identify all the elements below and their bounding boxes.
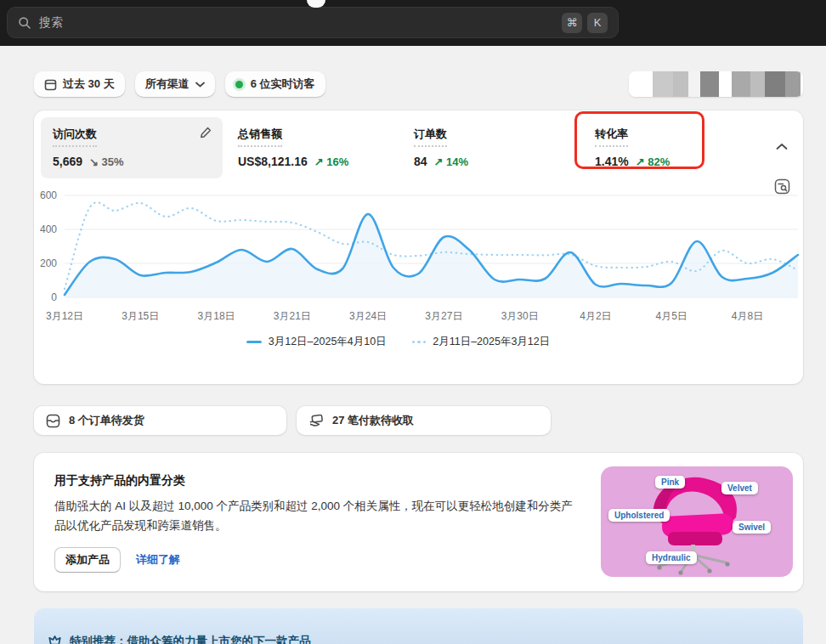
add-product-button[interactable]: 添加产品 (54, 547, 121, 573)
calendar-icon (44, 78, 57, 91)
metric-total-sales[interactable]: 总销售额 US$8,121.16 ↗ 16% (238, 117, 414, 178)
legend-current-label: 3月12日–2025年4月10日 (269, 335, 387, 349)
tag-pink: Pink (655, 476, 685, 489)
redacted-toolbar[interactable] (629, 71, 803, 97)
metric-total-sales-label[interactable]: 总销售额 (238, 127, 282, 147)
search-icon (18, 16, 31, 30)
view-report-icon[interactable] (774, 178, 790, 195)
metric-visits-value: 5,669 (53, 155, 82, 168)
metric-orders-value: 84 (414, 155, 427, 168)
filter-row: 过去 30 天 所有渠道 6 位实时访客 (34, 71, 803, 97)
learn-more-link[interactable]: 详细了解 (136, 552, 180, 568)
live-dot-icon (235, 81, 243, 88)
notification-row: 8 个订单待发货 27 笔付款待收取 (34, 406, 803, 435)
date-range-button[interactable]: 过去 30 天 (34, 71, 125, 97)
metrics-row: 访问次数 5,669 ↘ 35% 总销售额 US$8,121.16 ↗ 16% … (41, 117, 762, 178)
product-card-body: 借助强大的 AI 以及超过 10,000 个产品类别和超过 2,000 个相关属… (54, 497, 581, 536)
legend-current-period[interactable]: 3月12日–2025年4月10日 (246, 335, 387, 349)
metric-visits[interactable]: 访问次数 5,669 ↘ 35% (41, 117, 223, 178)
tag-velvet: Velvet (721, 482, 758, 494)
metric-orders-label[interactable]: 订单数 (414, 127, 447, 147)
svg-text:4月8日: 4月8日 (732, 310, 763, 322)
search-input[interactable]: 搜索 ⌘ K (7, 7, 619, 38)
edit-pencil-icon[interactable] (199, 126, 212, 139)
chart-legend: 3月12日–2025年4月10日 2月11日–2025年3月12日 (34, 335, 762, 349)
tag-hydraulic: Hydraulic (646, 551, 697, 564)
svg-text:4月5日: 4月5日 (656, 310, 687, 322)
svg-text:3月27日: 3月27日 (425, 310, 462, 322)
top-header-bar: 搜索 ⌘ K (0, 0, 826, 46)
metric-visits-label[interactable]: 访问次数 (53, 127, 97, 147)
svg-text:3月21日: 3月21日 (274, 310, 311, 322)
metric-conversion-rate-label[interactable]: 转化率 (595, 127, 628, 147)
metric-conversion-rate-delta: ↗ 82% (636, 155, 670, 168)
live-visitors-label: 6 位实时访客 (251, 76, 315, 92)
analytics-card: 访问次数 5,669 ↘ 35% 总销售额 US$8,121.16 ↗ 16% … (34, 110, 803, 384)
metric-orders[interactable]: 订单数 84 ↗ 14% (414, 117, 595, 178)
product-illustration-panel: Pink Velvet Upholstered Swivel Hydraulic (601, 466, 793, 577)
svg-text:3月24日: 3月24日 (349, 310, 387, 322)
svg-text:3月12日: 3月12日 (46, 310, 83, 322)
tag-upholstered: Upholstered (608, 509, 670, 522)
line-chart[interactable]: 02004006003月12日3月15日3月18日3月21日3月24日3月27日… (34, 189, 762, 349)
payments-to-capture-label: 27 笔付款待收取 (332, 413, 414, 428)
svg-text:400: 400 (40, 223, 57, 235)
svg-text:200: 200 (40, 257, 57, 269)
payments-to-capture-banner[interactable]: 27 笔付款待收取 (297, 406, 551, 435)
metric-visits-delta: ↘ 35% (89, 155, 124, 168)
promo-banner-text: 特别推荐：借助众筹的力量上市您的下一款产品 (70, 634, 311, 644)
live-visitors-button[interactable]: 6 位实时访客 (225, 71, 325, 97)
tag-swivel: Swivel (733, 521, 771, 534)
metric-conversion-rate[interactable]: 转化率 1.41% ↗ 82% (595, 117, 762, 178)
dotted-line-swatch (412, 341, 427, 344)
metric-total-sales-delta: ↗ 16% (314, 155, 349, 168)
search-placeholder: 搜索 (39, 15, 63, 31)
k-key: K (587, 13, 608, 33)
orders-inbox-icon (46, 414, 60, 428)
orders-to-fulfill-banner[interactable]: 8 个订单待发货 (34, 406, 286, 435)
metric-orders-delta: ↗ 14% (434, 155, 469, 168)
svg-text:0: 0 (51, 291, 57, 303)
legend-previous-period[interactable]: 2月11日–2025年3月12日 (412, 335, 551, 349)
legend-previous-label: 2月11日–2025年3月12日 (433, 335, 550, 349)
channel-label: 所有渠道 (145, 76, 190, 92)
svg-text:3月30日: 3月30日 (501, 310, 539, 322)
collapse-chevron-up-icon[interactable] (776, 143, 788, 150)
search-shortcut: ⌘ K (562, 13, 608, 33)
orders-to-fulfill-label: 8 个订单待发货 (69, 413, 144, 428)
crown-icon (48, 636, 62, 644)
svg-text:600: 600 (40, 189, 57, 201)
channel-filter-button[interactable]: 所有渠道 (135, 71, 215, 97)
promo-banner[interactable]: 特别推荐：借助众筹的力量上市您的下一款产品 (34, 608, 803, 644)
metric-conversion-rate-value: 1.41% (595, 155, 629, 168)
product-card-title: 用于支持产品的内置分类 (54, 473, 582, 489)
svg-text:4月2日: 4月2日 (580, 310, 611, 322)
svg-text:3月18日: 3月18日 (198, 310, 235, 322)
cmd-key: ⌘ (562, 13, 582, 33)
chevron-down-icon (195, 82, 205, 88)
svg-text:3月15日: 3月15日 (122, 310, 159, 322)
solid-line-swatch (246, 341, 262, 343)
product-taxonomy-card: 用于支持产品的内置分类 借助强大的 AI 以及超过 10,000 个产品类别和超… (34, 453, 803, 591)
metric-total-sales-value: US$8,121.16 (238, 155, 308, 168)
payment-hand-card-icon (308, 414, 324, 427)
date-range-label: 过去 30 天 (63, 76, 115, 92)
